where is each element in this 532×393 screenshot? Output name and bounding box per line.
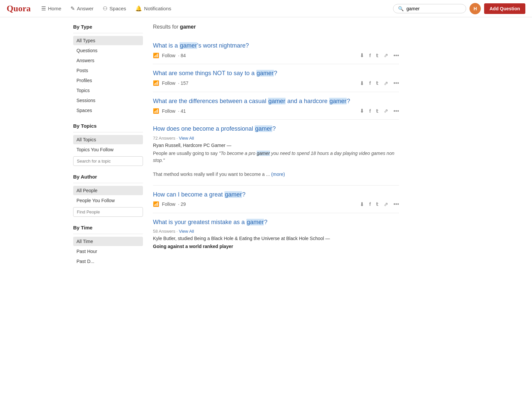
nav-answer[interactable]: ✎ Answer (66, 3, 97, 14)
more-icon[interactable]: ••• (393, 53, 399, 59)
action-icons: ⬇ f 𝕥 ⇗ ••• (360, 80, 399, 86)
search-bar: 🔍 (393, 4, 466, 13)
nav-notifications-label: Notifications (144, 6, 171, 11)
downvote-icon[interactable]: ⬇ (360, 52, 364, 59)
follow-left: 📶 Follow · 41 (153, 108, 186, 114)
share-icon[interactable]: ⇗ (384, 52, 388, 59)
share-icon[interactable]: ⇗ (384, 108, 388, 114)
results-prefix: Results for (153, 24, 180, 30)
twitter-share-icon[interactable]: 𝕥 (376, 53, 378, 58)
action-icons: ⬇ f 𝕥 ⇗ ••• (360, 52, 399, 59)
sidebar-item-past-day[interactable]: Past D... (73, 257, 143, 266)
share-icon[interactable]: ⇗ (384, 80, 388, 86)
facebook-share-icon[interactable]: f (369, 80, 371, 86)
main-nav: ☰ Home ✎ Answer ⚇ Spaces 🔔 Notifications (37, 3, 393, 14)
more-icon[interactable]: ••• (393, 201, 399, 207)
twitter-share-icon[interactable]: 𝕥 (376, 80, 378, 86)
sidebar: By Type All Types Questions Answers Post… (73, 24, 143, 267)
results-query: gamer (180, 24, 196, 30)
result-item: How does one become a professional gamer… (153, 120, 399, 185)
follow-button[interactable]: Follow (162, 53, 175, 58)
answer-more-link[interactable]: (more) (271, 172, 285, 177)
action-icons: ⬇ f 𝕥 ⇗ ••• (360, 201, 399, 207)
result-item: What are some things NOT to say to a gam… (153, 64, 399, 92)
follow-count: · 84 (178, 53, 186, 58)
answer-preview: People are usually going to say "To beco… (153, 150, 399, 178)
by-author-title: By Author (73, 174, 143, 180)
downvote-icon[interactable]: ⬇ (360, 108, 364, 114)
follow-icon: 📶 (153, 201, 159, 207)
view-all-link[interactable]: View All (179, 136, 194, 141)
more-icon[interactable]: ••• (393, 108, 399, 114)
follow-row: 📶 Follow · 29 ⬇ f 𝕥 ⇗ ••• (153, 201, 399, 207)
view-all-link[interactable]: View All (179, 229, 194, 234)
search-input[interactable] (406, 6, 461, 11)
quora-logo[interactable]: Quora (7, 4, 31, 14)
sidebar-item-spaces[interactable]: Spaces (73, 106, 143, 115)
avatar[interactable]: H (469, 3, 481, 14)
question-link[interactable]: How does one become a professional gamer… (153, 125, 399, 133)
answer-meta: 72 Answers · View All (153, 136, 399, 141)
facebook-share-icon[interactable]: f (369, 201, 371, 207)
facebook-share-icon[interactable]: f (369, 108, 371, 114)
follow-left: 📶 Follow · 157 (153, 80, 189, 86)
answer-author: Ryan Russell, Hardcore PC Gamer — (153, 143, 399, 148)
nav-home-label: Home (48, 6, 61, 11)
nav-answer-label: Answer (77, 6, 93, 11)
find-people-input[interactable] (73, 207, 143, 217)
action-icons: ⬇ f 𝕥 ⇗ ••• (360, 108, 399, 114)
add-question-button[interactable]: Add Question (484, 3, 525, 14)
divider-time (73, 234, 143, 234)
divider-topics (73, 132, 143, 132)
bell-icon: 🔔 (135, 5, 142, 12)
sidebar-item-all-topics[interactable]: All Topics (73, 135, 143, 144)
result-item: What are the differences between a casua… (153, 92, 399, 120)
question-link[interactable]: What are some things NOT to say to a gam… (153, 69, 399, 77)
sidebar-item-sessions[interactable]: Sessions (73, 96, 143, 105)
answer-preview: Going against a world ranked player (153, 243, 399, 250)
follow-count: · 41 (178, 108, 186, 114)
sidebar-item-all-people[interactable]: All People (73, 186, 143, 195)
follow-icon: 📶 (153, 53, 159, 59)
follow-left: 📶 Follow · 84 (153, 53, 186, 59)
answer-bold-text: Going against a world ranked player (153, 244, 233, 249)
nav-spaces[interactable]: ⚇ Spaces (99, 3, 130, 14)
answer-author: Kyle Butler, studied Being a Black Hole … (153, 236, 399, 241)
share-icon[interactable]: ⇗ (384, 201, 388, 207)
sidebar-item-all-time[interactable]: All Time (73, 237, 143, 246)
facebook-share-icon[interactable]: f (369, 53, 371, 58)
by-time-title: By Time (73, 225, 143, 230)
answer-icon: ✎ (70, 5, 75, 12)
follow-button[interactable]: Follow (162, 80, 175, 86)
sidebar-item-people-you-follow[interactable]: People You Follow (73, 196, 143, 205)
follow-left: 📶 Follow · 29 (153, 201, 186, 207)
question-link[interactable]: How can I become a great gamer? (153, 191, 399, 198)
topic-search-input[interactable] (73, 156, 143, 166)
follow-button[interactable]: Follow (162, 108, 175, 114)
nav-home[interactable]: ☰ Home (37, 3, 65, 14)
question-link[interactable]: What is your greatest mistake as a gamer… (153, 218, 399, 226)
downvote-icon[interactable]: ⬇ (360, 80, 364, 86)
nav-notifications[interactable]: 🔔 Notifications (131, 3, 175, 14)
question-link[interactable]: What is a gamer's worst nightmare? (153, 42, 399, 50)
sidebar-item-questions[interactable]: Questions (73, 46, 143, 55)
sidebar-item-answers[interactable]: Answers (73, 56, 143, 65)
downvote-icon[interactable]: ⬇ (360, 201, 364, 207)
twitter-share-icon[interactable]: 𝕥 (376, 201, 378, 207)
sidebar-item-topics[interactable]: Topics (73, 86, 143, 95)
follow-button[interactable]: Follow (162, 201, 175, 207)
main-content: Results for gamer What is a gamer's wors… (153, 24, 399, 267)
more-icon[interactable]: ••• (393, 80, 399, 86)
question-link[interactable]: What are the differences between a casua… (153, 97, 399, 105)
result-item: What is a gamer's worst nightmare? 📶 Fol… (153, 37, 399, 64)
sidebar-item-topics-you-follow[interactable]: Topics You Follow (73, 145, 143, 154)
follow-count: · 157 (178, 80, 188, 86)
follow-count: · 29 (178, 201, 186, 207)
home-icon: ☰ (41, 5, 46, 12)
sidebar-item-all-types[interactable]: All Types (73, 36, 143, 45)
sidebar-item-posts[interactable]: Posts (73, 66, 143, 75)
twitter-share-icon[interactable]: 𝕥 (376, 108, 378, 114)
spaces-icon: ⚇ (103, 5, 107, 12)
sidebar-item-past-hour[interactable]: Past Hour (73, 247, 143, 256)
sidebar-item-profiles[interactable]: Profiles (73, 76, 143, 85)
